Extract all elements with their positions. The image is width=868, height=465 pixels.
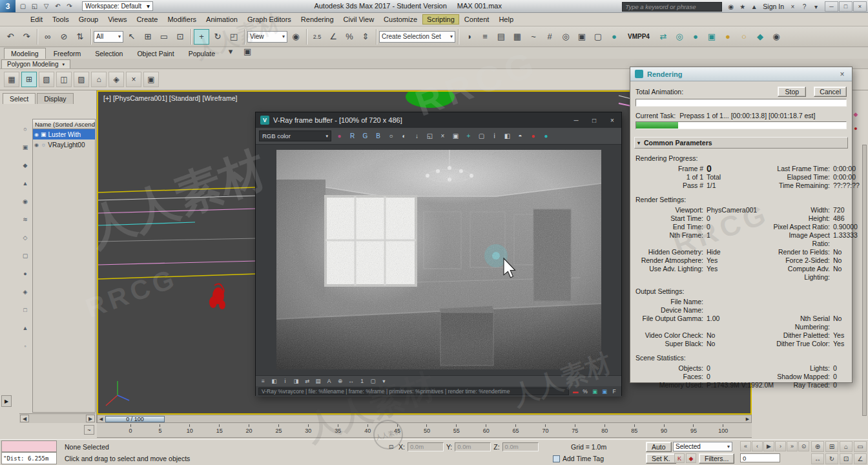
- blue-channel-button[interactable]: B: [372, 130, 384, 142]
- visibility-eye-icon[interactable]: ◉: [34, 142, 39, 148]
- vfb-channel-dropdown[interactable]: RGB color ▾: [259, 130, 331, 141]
- tab-object-paint[interactable]: Object Paint: [130, 48, 180, 59]
- time-forward-icon[interactable]: ▶: [744, 415, 751, 422]
- transform-type-in-lock-icon[interactable]: ⊡: [386, 442, 396, 451]
- vfb-pan-icon[interactable]: ↔: [346, 377, 356, 386]
- selection-filter-dropdown[interactable]: All ▾: [94, 31, 123, 43]
- window-crossing-icon[interactable]: ⊡: [172, 29, 188, 45]
- compare-vertical-icon[interactable]: ◓: [514, 130, 526, 142]
- zoom-extents-icon[interactable]: ⌂: [840, 441, 852, 452]
- select-and-move-icon[interactable]: +: [194, 29, 209, 45]
- track-bar[interactable]: 0510152025303540455055606570758085909510…: [97, 423, 752, 438]
- undo-icon[interactable]: ↶: [3, 29, 18, 45]
- menu-create[interactable]: Create: [132, 14, 162, 25]
- compare-horizontal-icon[interactable]: ◧: [501, 130, 513, 142]
- tab-populate[interactable]: Populate: [182, 48, 222, 59]
- vfb-title-bar[interactable]: V V-Ray frame buffer - [100% of 720 x 48…: [256, 112, 621, 128]
- unlink-selection-icon[interactable]: ⊘: [56, 29, 72, 45]
- time-slider-handle[interactable]: 0 / 100: [105, 416, 165, 422]
- minimize-button[interactable]: ─: [825, 1, 838, 12]
- close-button[interactable]: ×: [853, 1, 867, 12]
- x-coord-field[interactable]: 0.0m: [408, 442, 444, 451]
- angle-snap-icon[interactable]: ∠: [326, 29, 341, 45]
- explorer-tab-select[interactable]: Select: [3, 93, 36, 104]
- menu-edit[interactable]: Edit: [26, 14, 47, 25]
- vfb-close-button[interactable]: ×: [608, 116, 617, 125]
- render-setup-icon[interactable]: ▣: [574, 29, 590, 45]
- bind-to-space-warp-icon[interactable]: ⇅: [72, 29, 88, 45]
- menu-graph-editors[interactable]: Graph Editors: [243, 14, 296, 25]
- stop-button[interactable]: Stop: [778, 87, 806, 97]
- filter-groups-icon[interactable]: ◇: [21, 232, 30, 242]
- help-icon[interactable]: ?: [799, 1, 810, 12]
- select-and-rotate-icon[interactable]: ↻: [210, 29, 225, 45]
- filter-lights-icon[interactable]: ◆: [21, 160, 30, 170]
- panel-mini-icon[interactable]: ◆: [851, 110, 860, 119]
- curve-editor-icon[interactable]: ~: [526, 29, 541, 45]
- select-by-name-icon[interactable]: ⊞: [140, 29, 156, 45]
- stamp-font-icon[interactable]: F: [610, 388, 619, 396]
- viewport-layout-flyout-button[interactable]: ▶: [1, 395, 12, 407]
- polygon-modeling-tool-icon[interactable]: ▣: [143, 72, 159, 87]
- maximize-viewport-icon[interactable]: ⊡: [840, 453, 852, 464]
- auto-key-button[interactable]: Auto: [646, 442, 672, 452]
- list-item[interactable]: ◉▣Luster With: [33, 129, 95, 140]
- vfb-info-icon[interactable]: i: [280, 377, 290, 386]
- next-frame-button[interactable]: ›: [775, 441, 786, 451]
- snaps-toggle-icon[interactable]: 2.5: [309, 29, 325, 45]
- new-file-icon[interactable]: ▢: [17, 1, 28, 12]
- vfb-history-icon[interactable]: ▤: [313, 377, 323, 386]
- vfb-maximize-button[interactable]: □: [590, 116, 599, 125]
- pixel-info-icon[interactable]: i: [488, 130, 501, 142]
- zoom-icon[interactable]: ⊕: [811, 441, 824, 452]
- maxscript-mini-listener-pink[interactable]: [1, 440, 57, 452]
- material-editor-icon[interactable]: ◎: [558, 29, 574, 45]
- menu-help[interactable]: Help: [494, 14, 518, 25]
- select-object-icon[interactable]: ↖: [124, 29, 140, 45]
- menu-group[interactable]: Group: [74, 14, 103, 25]
- vfb-zoom-icon[interactable]: ⊕: [335, 377, 345, 386]
- use-pivot-point-icon[interactable]: ◉: [288, 29, 304, 45]
- menu-scripting[interactable]: Scripting: [422, 14, 459, 25]
- polygon-modeling-tool-icon[interactable]: ▨: [74, 72, 89, 87]
- previous-frame-button[interactable]: ‹: [752, 441, 763, 451]
- explorer-settings-icon[interactable]: ◦: [21, 341, 30, 351]
- current-frame-field[interactable]: 0: [740, 453, 780, 462]
- pan-icon[interactable]: ↔: [811, 453, 824, 464]
- stamp-green-icon[interactable]: ▣: [590, 388, 599, 396]
- zoom-all-icon[interactable]: ⊞: [825, 441, 838, 452]
- maximize-button[interactable]: □: [839, 1, 852, 12]
- lightbulb-icon[interactable]: ○: [736, 29, 752, 45]
- close-icon[interactable]: ×: [837, 70, 847, 79]
- reference-coordinate-dropdown[interactable]: View ▾: [247, 31, 287, 43]
- render-production-icon[interactable]: ●: [606, 29, 622, 45]
- duplicate-to-host-icon[interactable]: ▣: [450, 130, 462, 142]
- scene-converter-icon[interactable]: ⇄: [656, 29, 671, 45]
- filter-containers-icon[interactable]: ◈: [21, 287, 30, 296]
- time-config-button[interactable]: ⊙: [798, 441, 809, 451]
- vfb-ab-icon[interactable]: A: [324, 377, 334, 386]
- tab-modeling[interactable]: Modeling: [4, 48, 46, 59]
- vfb-stamp-toggle-icon[interactable]: ≡: [258, 377, 268, 386]
- zoom-region-icon[interactable]: ▭: [854, 441, 867, 452]
- save-image-icon[interactable]: ↓: [411, 130, 423, 142]
- select-and-scale-icon[interactable]: ◰: [226, 29, 242, 45]
- dialog-title-bar[interactable]: Rendering ×: [630, 67, 852, 81]
- percent-snap-icon[interactable]: %: [342, 29, 357, 45]
- red-channel-button[interactable]: R: [346, 130, 358, 142]
- vfb-color-swatch-icon[interactable]: ●: [333, 130, 346, 142]
- menu-customize[interactable]: Customize: [379, 14, 422, 25]
- open-file-icon[interactable]: ◱: [29, 1, 40, 12]
- fov-icon[interactable]: ∠: [854, 453, 867, 464]
- filter-spacewarps-icon[interactable]: ≋: [21, 214, 30, 224]
- clear-image-icon[interactable]: ×: [437, 130, 449, 142]
- grab-viewport-icon[interactable]: ▣: [704, 29, 719, 45]
- autodesk-exchange-icon[interactable]: ×: [787, 1, 798, 12]
- menu-rendering[interactable]: Rendering: [296, 14, 338, 25]
- undo-quick-icon[interactable]: ↶: [52, 1, 63, 12]
- orbit-icon[interactable]: ↻: [825, 453, 838, 464]
- tab-polygon-modeling[interactable]: Polygon Modeling ▾: [1, 59, 70, 68]
- vfb-swap-icon[interactable]: ⇄: [302, 377, 312, 386]
- filter-shapes-icon[interactable]: ▣: [21, 142, 30, 152]
- mini-curve-editor-button[interactable]: ~: [84, 425, 94, 435]
